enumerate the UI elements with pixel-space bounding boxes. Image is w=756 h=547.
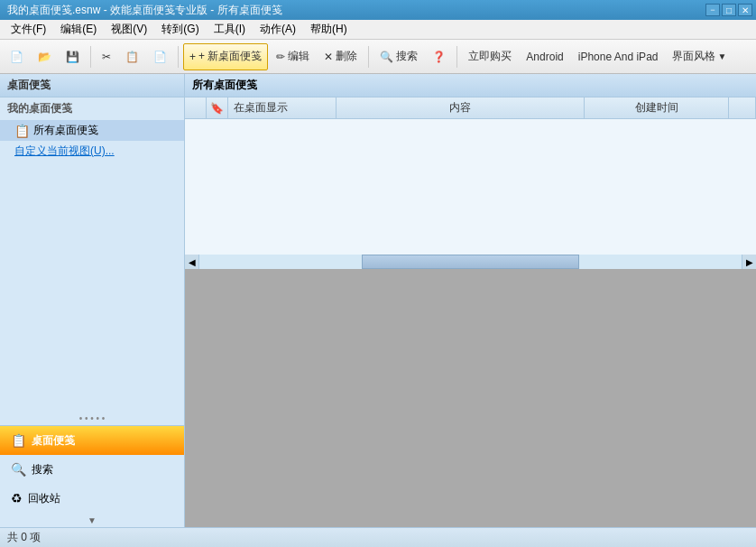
- scroll-right-button[interactable]: ▶: [742, 255, 756, 269]
- minimize-button[interactable]: －: [705, 4, 720, 16]
- nav-scroll: ▼: [0, 513, 184, 527]
- th-content: 内容: [337, 97, 585, 118]
- nav-notes-label: 桌面便笺: [32, 433, 75, 449]
- menu-action[interactable]: 动作(A): [253, 20, 303, 39]
- scroll-thumb[interactable]: [362, 255, 578, 269]
- save-button[interactable]: 💾: [60, 43, 86, 70]
- notes-nav-icon: 📋: [11, 433, 26, 448]
- search-button[interactable]: 🔍 搜索: [373, 43, 424, 70]
- status-text: 共 0 项: [7, 530, 41, 545]
- copy-button[interactable]: 📋: [119, 43, 145, 70]
- scroll-track[interactable]: [199, 255, 742, 269]
- right-panel: 所有桌面便笺 🔖 在桌面显示 内容 创建时间 ◀ ▶: [185, 74, 756, 527]
- separator-1: [90, 46, 91, 68]
- nav-search-label: 搜索: [32, 462, 53, 477]
- title-bar: 我的桌面便笺.esnw - 效能桌面便笺专业版 - 所有桌面便笺 － □ ✕: [0, 0, 756, 20]
- copy-icon: 📋: [125, 51, 139, 63]
- new-note-button[interactable]: + + 新桌面便笺: [183, 43, 268, 70]
- close-button[interactable]: ✕: [738, 4, 752, 16]
- menu-file[interactable]: 文件(F): [4, 20, 53, 39]
- nav-recycle-label: 回收站: [28, 491, 60, 506]
- table-body: [185, 119, 756, 255]
- open-icon: 📂: [38, 51, 51, 63]
- separator-3: [368, 46, 369, 68]
- android-button[interactable]: Android: [520, 43, 569, 70]
- title-bar-text: 我的桌面便笺.esnw - 效能桌面便笺专业版 - 所有桌面便笺: [7, 3, 282, 18]
- nav-item-recycle[interactable]: ♻ 回收站: [0, 484, 184, 513]
- nav-item-search[interactable]: 🔍 搜索: [0, 455, 184, 484]
- cut-button[interactable]: ✂: [96, 43, 117, 70]
- menu-edit[interactable]: 编辑(E): [53, 20, 104, 39]
- sidebar-item-label: 所有桌面便笺: [33, 123, 98, 138]
- customize-view-link[interactable]: 自定义当前视图(U)...: [0, 141, 184, 162]
- delete-icon: ✕: [324, 51, 333, 63]
- left-panel-header: 桌面便笺: [0, 74, 184, 97]
- main-container: 桌面便笺 我的桌面便笺 📋 所有桌面便笺 自定义当前视图(U)... • • •…: [0, 74, 756, 527]
- title-bar-controls: － □ ✕: [705, 4, 752, 16]
- th-flag: 🔖: [207, 97, 228, 118]
- left-panel-section: 我的桌面便笺: [0, 97, 184, 120]
- dots-divider: • • • • •: [0, 412, 184, 425]
- th-display: 在桌面显示: [228, 97, 337, 118]
- paste-icon: 📄: [153, 51, 167, 63]
- left-panel: 桌面便笺 我的桌面便笺 📋 所有桌面便笺 自定义当前视图(U)... • • •…: [0, 74, 185, 527]
- plus-icon: +: [189, 51, 196, 63]
- menu-tools[interactable]: 工具(I): [207, 20, 253, 39]
- iphone-ipad-button[interactable]: iPhone And iPad: [572, 43, 665, 70]
- separator-4: [456, 46, 457, 68]
- edit-button[interactable]: ✏ 编辑: [270, 43, 316, 70]
- menu-goto[interactable]: 转到(G): [154, 20, 206, 39]
- buy-button[interactable]: 立即购买: [462, 43, 518, 70]
- delete-button[interactable]: ✕ 删除: [318, 43, 364, 70]
- recycle-nav-icon: ♻: [11, 491, 23, 505]
- search-icon: 🔍: [380, 51, 393, 63]
- sidebar-item-all-notes[interactable]: 📋 所有桌面便笺: [0, 120, 184, 141]
- info-icon: ❓: [432, 51, 446, 63]
- edit-icon: ✏: [276, 51, 285, 63]
- nav-item-notes[interactable]: 📋 桌面便笺: [0, 426, 184, 455]
- th-empty: [729, 97, 756, 118]
- search-nav-icon: 🔍: [11, 462, 26, 477]
- th-time: 创建时间: [585, 97, 729, 118]
- scroll-left-button[interactable]: ◀: [185, 255, 199, 269]
- th-icon: [185, 97, 207, 118]
- new-icon: 📄: [10, 51, 23, 63]
- status-bar: 共 0 项: [0, 527, 756, 547]
- toolbar: 📄 📂 💾 ✂ 📋 📄 + + 新桌面便笺 ✏ 编辑 ✕ 删除 🔍 搜索 ❓ 立…: [0, 40, 756, 74]
- menu-bar: 文件(F) 编辑(E) 视图(V) 转到(G) 工具(I) 动作(A) 帮助(H…: [0, 20, 756, 40]
- flag-icon: 🔖: [210, 102, 224, 115]
- interface-style-button[interactable]: 界面风格 ▼: [666, 43, 733, 70]
- table-header: 🔖 在桌面显示 内容 创建时间: [185, 97, 756, 119]
- bottom-nav: 📋 桌面便笺 🔍 搜索 ♻ 回收站 ▼: [0, 425, 184, 527]
- horizontal-scrollbar[interactable]: ◀ ▶: [185, 255, 756, 269]
- chevron-down-icon: ▼: [717, 51, 726, 61]
- notes-icon: 📋: [14, 124, 30, 138]
- right-panel-header: 所有桌面便笺: [185, 74, 756, 97]
- new-note-label: + 新桌面便笺: [198, 49, 262, 64]
- save-icon: 💾: [66, 51, 79, 63]
- table-container: 🔖 在桌面显示 内容 创建时间: [185, 97, 756, 255]
- cut-icon: ✂: [102, 51, 111, 63]
- info-button[interactable]: ❓: [426, 43, 452, 70]
- separator-2: [178, 46, 179, 68]
- spacer: [0, 162, 184, 412]
- menu-view[interactable]: 视图(V): [104, 20, 154, 39]
- menu-help[interactable]: 帮助(H): [303, 20, 355, 39]
- paste-button[interactable]: 📄: [147, 43, 173, 70]
- new-note-icon-button[interactable]: 📄: [4, 43, 30, 70]
- maximize-button[interactable]: □: [722, 4, 736, 16]
- preview-area: [185, 269, 756, 527]
- open-button[interactable]: 📂: [32, 43, 58, 70]
- scroll-down-arrow[interactable]: ▼: [84, 515, 100, 525]
